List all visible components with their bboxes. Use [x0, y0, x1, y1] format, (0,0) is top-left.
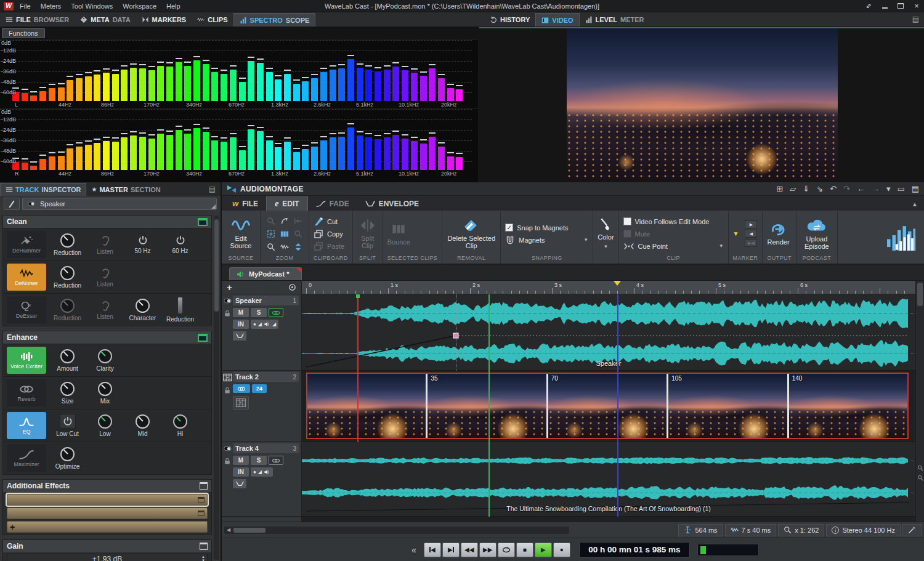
lane-music[interactable]: The Ultimate Snowboarding Compilation (T… — [302, 442, 915, 517]
tab-meta-data[interactable]: METADATA — [75, 13, 136, 26]
paste-button[interactable]: Paste — [314, 241, 348, 251]
tab-video[interactable]: VIDEO — [535, 13, 579, 26]
reduction-control[interactable]: Reduction — [49, 266, 86, 289]
lane-speaker[interactable]: Speaker — [302, 294, 915, 371]
tab-history[interactable]: HISTORY — [484, 13, 535, 26]
playhead-marker-icon[interactable] — [614, 281, 621, 289]
gain-value-field[interactable]: +1.93 dB ▲▼ — [7, 554, 208, 561]
delete-selected-clip-button[interactable]: Delete Selected Clip — [447, 219, 496, 249]
stop-button[interactable]: ■ — [516, 543, 533, 557]
record-icon[interactable]: ● — [253, 469, 256, 475]
solo-button[interactable]: S — [251, 456, 267, 465]
rewind-button[interactable]: ◀◀ — [461, 543, 478, 557]
mix-control[interactable]: Mix — [86, 382, 124, 405]
track-header-speaker[interactable]: Speaker1 M S IN ●◢◢ — [222, 294, 301, 371]
record-monitor-cluster[interactable]: ●◢◢ — [251, 320, 278, 329]
open-plugin-window-button[interactable] — [198, 334, 208, 342]
transport-collapse-button[interactable]: « — [411, 545, 416, 555]
open-icon[interactable]: ▱ — [790, 184, 796, 193]
ribbon-collapse-icon[interactable]: ▲ — [912, 201, 918, 208]
previous-marker-button[interactable]: ◀ — [745, 230, 757, 238]
next-marker-button[interactable]: ▶ — [745, 220, 757, 228]
tab-options-icon[interactable]: ▤ — [912, 15, 919, 23]
track-header-track4[interactable]: Track 43 M S IN ●◢ — [222, 442, 301, 517]
markers-pair-button[interactable]: ▶◀ — [745, 239, 757, 247]
reduction-control[interactable]: Reduction — [161, 297, 199, 323]
edit-source-button[interactable]: Edit Source — [226, 219, 256, 249]
ribbon-tab-edit[interactable]: eEDIT — [266, 196, 308, 211]
zoom-level-field[interactable]: x 1: 262 — [778, 524, 824, 536]
track-lanes[interactable]: Speaker 3570105140 The Ultimate Snowboar… — [302, 294, 915, 517]
marker-caret-icon[interactable]: ▼ — [733, 230, 739, 237]
mid-control[interactable]: Mid — [124, 414, 161, 437]
horizontal-scroll-thumb[interactable] — [233, 528, 265, 533]
lane-video[interactable]: 3570105140 — [302, 371, 915, 442]
mute-button[interactable]: M — [233, 308, 249, 317]
size-control[interactable]: Size — [49, 382, 86, 405]
scroll-left-icon[interactable]: ◀ — [225, 527, 232, 533]
video-follows-edit-mode-checkbox[interactable]: Video Follows Edit Mode — [623, 216, 724, 227]
save-icon[interactable]: ⇓ — [803, 184, 809, 193]
panel-icon[interactable]: ▭ — [897, 184, 904, 193]
tab-master-section[interactable]: ★ MASTERSECTION — [86, 183, 165, 196]
cue-point-dropdown[interactable]: Cue Point▼ — [623, 241, 724, 251]
tab-clips[interactable]: CLIPS — [192, 13, 233, 26]
tab-track-inspector[interactable]: TRACKINSPECTOR — [0, 183, 86, 196]
options-wand-button[interactable] — [902, 524, 922, 536]
layout-icon[interactable]: ▤ — [912, 184, 919, 193]
lock-icon[interactable] — [224, 458, 231, 465]
montage-document-tab[interactable]: MyPodcast * — [229, 267, 302, 280]
video-clip[interactable]: 3570105140 — [306, 373, 909, 439]
add-track-button[interactable]: + — [227, 282, 232, 293]
mute-button[interactable]: M — [233, 456, 249, 465]
play-button[interactable]: ▶ — [535, 543, 552, 557]
track-header-track2[interactable]: Track 22 24 — [222, 371, 301, 442]
forward-button[interactable]: ▶▶ — [479, 543, 496, 557]
vertical-scroll-thumb[interactable] — [917, 283, 923, 306]
new-montage-icon[interactable]: ⊞ — [776, 184, 783, 193]
functions-button[interactable]: Functions — [2, 28, 45, 38]
listen-control[interactable]: Listen — [86, 299, 124, 320]
tile-eq[interactable]: EQ — [7, 412, 46, 439]
rename-pen-button[interactable] — [4, 198, 20, 210]
lock-icon[interactable] — [224, 387, 231, 394]
reduction-control[interactable]: Reduction — [49, 233, 86, 256]
frame-rate-button[interactable]: 24 — [252, 384, 267, 393]
zoom-magnify-icon[interactable] — [265, 241, 277, 252]
listen-control[interactable]: Listen — [86, 267, 124, 288]
effects-button[interactable] — [269, 456, 283, 465]
slot-window-icon[interactable] — [198, 497, 205, 502]
vertical-scrollbar[interactable] — [915, 281, 924, 522]
lock-icon[interactable] — [224, 310, 231, 317]
listen-control[interactable]: Listen — [86, 234, 124, 255]
open-plugin-window-button[interactable] — [198, 218, 208, 226]
zoom-audio-icon[interactable] — [278, 241, 291, 252]
record-button[interactable]: ● — [553, 543, 570, 557]
window-icon[interactable] — [200, 482, 208, 490]
envelope-button[interactable] — [233, 479, 246, 488]
effects-button[interactable] — [269, 308, 283, 317]
reduction-control[interactable]: Reduction — [49, 299, 86, 321]
tile-voice-exciter[interactable]: Voice Exciter — [7, 347, 46, 374]
menu-file[interactable]: File — [15, 2, 36, 10]
maximize-icon[interactable] — [897, 2, 904, 10]
inspector-scrollbar[interactable] — [214, 216, 219, 560]
zoom-out-icon[interactable] — [917, 475, 923, 481]
low-control[interactable]: Low — [86, 414, 124, 437]
close-icon[interactable]: × — [913, 2, 920, 10]
render-button[interactable]: Render — [767, 222, 789, 246]
video-link-button[interactable] — [233, 384, 250, 393]
zoom-context-icon[interactable] — [265, 215, 277, 227]
zoom-selection-icon[interactable] — [265, 228, 277, 240]
tile-maximizer[interactable]: Maximizer — [7, 445, 46, 472]
nudge-amount-field[interactable]: 564 ms — [678, 524, 723, 536]
effect-slot[interactable] — [7, 494, 208, 506]
audio-format-field[interactable]: i Stereo 44 100 Hz — [826, 524, 901, 536]
slot-window-icon[interactable] — [198, 511, 205, 516]
track-selector-dropdown[interactable]: Speaker — [22, 198, 217, 210]
hi-control[interactable]: Hi — [161, 414, 199, 437]
selection-length-field[interactable]: 7 s 40 ms — [725, 524, 777, 536]
window-icon[interactable] — [200, 543, 208, 550]
tile-deesser[interactable]: DeEsser — [7, 296, 46, 323]
zoom-previous-icon[interactable] — [292, 215, 304, 227]
